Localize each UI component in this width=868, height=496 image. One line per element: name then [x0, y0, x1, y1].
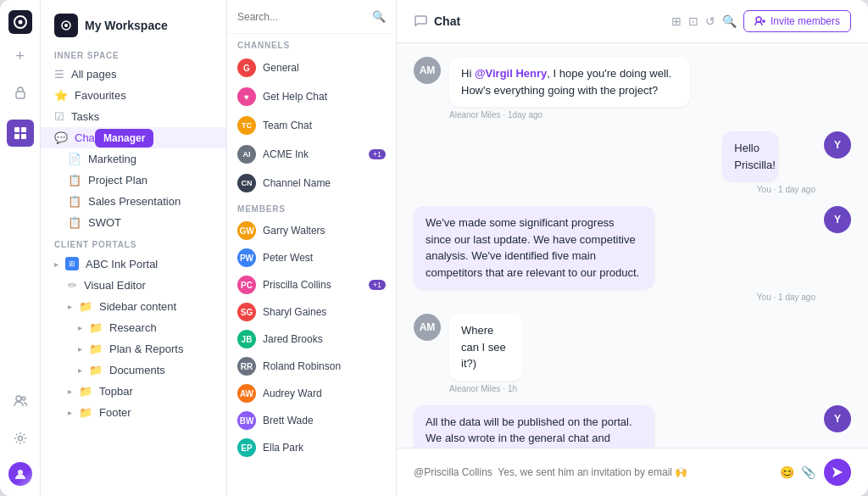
sidebar-item-sidebar-content[interactable]: ▸ 📁 Sidebar content: [41, 296, 226, 317]
search-bar: 🔍: [227, 0, 396, 34]
svg-point-1: [18, 20, 22, 25]
msg-avatar: Y: [824, 206, 851, 233]
member-item-ella[interactable]: EP Ella Park: [227, 434, 396, 461]
sidebar-item-research[interactable]: ▸ 📁 Research: [41, 317, 226, 338]
sidebar-item-project-plan[interactable]: 📋 Project Plan: [41, 170, 226, 191]
footer-icon: 📁: [79, 406, 92, 419]
sidebar-item-abc-ink[interactable]: ▸ ⊞ ABC Ink Portal: [41, 253, 226, 275]
sidebar-item-label: Plan & Reports: [109, 343, 213, 355]
channels-section: CHANNELS G General ♥ Get Help Chat TC Te…: [227, 34, 396, 496]
msg-avatar: Y: [824, 405, 851, 432]
msg-text: All the data will be published on the po…: [426, 414, 643, 449]
sidebar-item-chat[interactable]: 💬 Chat Manager: [41, 127, 226, 148]
message-row: AM Hi @Virgil Henry, I hope you're doing…: [414, 57, 851, 120]
invite-members-button[interactable]: Invite members: [743, 10, 851, 32]
member-item-jared[interactable]: JB Jared Brooks: [227, 326, 396, 353]
msg-text: Hello Priscilla!: [734, 140, 766, 173]
sidebar-item-sales-pres[interactable]: 📋 Sales Presentation: [41, 191, 226, 212]
attachment-icon[interactable]: 📎: [801, 465, 815, 479]
sidebar-item-marketing[interactable]: 📄 Marketing: [41, 148, 226, 170]
msg-bubble: Hello Priscilla!: [722, 131, 778, 181]
nav-people-icon[interactable]: [7, 387, 34, 415]
documents-icon: 📁: [89, 364, 103, 376]
add-button[interactable]: +: [15, 47, 25, 65]
member-item-roland[interactable]: RR Roland Robinson: [227, 353, 396, 380]
client-portals-label: CLIENT PORTALS: [41, 233, 226, 253]
grid-icon[interactable]: ⊞: [671, 14, 682, 28]
member-item-brett[interactable]: BW Brett Wade: [227, 407, 396, 434]
msg-meta: Aleanor Miles · 1h: [449, 384, 571, 393]
svg-point-9: [18, 437, 22, 441]
sidebar-item-label: Tasks: [71, 110, 213, 123]
channel-name: ACME Ink: [263, 148, 309, 160]
chat-input[interactable]: [414, 466, 771, 478]
search-input[interactable]: [237, 11, 367, 23]
member-name: Sharyl Gaines: [263, 306, 326, 318]
svg-point-10: [18, 470, 23, 475]
marketing-icon: 📄: [68, 153, 81, 165]
nav-home-icon[interactable]: [7, 120, 34, 147]
svg-point-7: [16, 396, 21, 401]
sidebar-item-favourites[interactable]: ⭐ Favourites: [41, 85, 226, 106]
member-avatar-peter: PW: [237, 248, 256, 267]
msg-meta: You · 1 day ago: [722, 185, 815, 194]
chat-icon: 💬: [54, 131, 68, 144]
chat-header: Chat ⊞ ⊡ ↺ 🔍 Invite members: [397, 0, 868, 43]
expand-icon[interactable]: ⊡: [688, 14, 698, 28]
mention: @Virgil Henry: [475, 67, 547, 80]
sidebar-item-all-pages[interactable]: ☰ All pages: [41, 64, 226, 85]
member-name: Audrey Ward: [263, 387, 322, 399]
sidebar-item-label: Documents: [109, 364, 213, 376]
sidebar-item-label: Visual Editor: [84, 279, 213, 292]
search-icon[interactable]: 🔍: [722, 14, 737, 28]
refresh-icon[interactable]: ↺: [705, 14, 715, 28]
channel-name: Channel Name: [263, 177, 331, 189]
svg-rect-6: [21, 134, 26, 139]
member-item-audrey[interactable]: AW Audrey Ward: [227, 380, 396, 407]
sidebar-item-label: Topbar: [99, 385, 213, 398]
channel-item-general[interactable]: G General: [227, 53, 396, 82]
sidebar-item-documents[interactable]: ▸ 📁 Documents: [41, 359, 226, 381]
member-avatar-jared: JB: [237, 330, 256, 348]
nav-lock-icon[interactable]: [7, 79, 34, 106]
emoji-icon[interactable]: 😊: [780, 465, 794, 479]
expand-arrow-icon: ▸: [78, 344, 82, 354]
message-row: Y All the data will be published on the …: [414, 405, 851, 449]
user-avatar-icon[interactable]: [8, 462, 32, 486]
channel-item-team-chat[interactable]: TC Team Chat: [227, 111, 396, 140]
channel-item-acme-ink[interactable]: AI ACME Ink +1: [227, 140, 396, 169]
chat-title: Chat: [434, 14, 460, 28]
member-item-sharyl[interactable]: SG Sharyl Gaines: [227, 298, 396, 326]
send-button[interactable]: [824, 459, 851, 486]
sidebar-item-topbar[interactable]: ▸ 📁 Topbar: [41, 381, 226, 402]
sidebar-item-label: SWOT: [88, 216, 213, 229]
sidebar-item-visual-editor[interactable]: ✏ Visual Editor: [41, 275, 226, 296]
member-item-garry[interactable]: GW Garry Walters: [227, 217, 396, 244]
tasks-icon: ☑: [54, 110, 64, 123]
sidebar-item-swot[interactable]: 📋 SWOT: [41, 212, 226, 233]
msg-avatar: AM: [414, 57, 441, 84]
channel-name: Team Chat: [263, 120, 312, 131]
app-container: +: [0, 0, 868, 496]
inner-space-label: INNER SPACE: [41, 44, 226, 64]
sidebar-item-plan-reports[interactable]: ▸ 📁 Plan & Reports: [41, 338, 226, 359]
msg-bubble: We've made some significant progress sin…: [414, 206, 654, 289]
abc-ink-icon: ⊞: [65, 257, 79, 270]
sidebar-item-footer[interactable]: ▸ 📁 Footer: [41, 402, 226, 423]
manager-tooltip: Manager: [92, 129, 153, 148]
member-item-priscilla[interactable]: PC Priscilla Collins +1: [227, 271, 396, 298]
sidebar-item-label: Project Plan: [88, 174, 213, 187]
channel-avatar-team-chat: TC: [237, 116, 256, 135]
search-icon: 🔍: [372, 10, 386, 23]
svg-rect-5: [14, 134, 19, 139]
visual-editor-icon: ✏: [68, 279, 77, 292]
sidebar-item-tasks[interactable]: ☑ Tasks: [41, 106, 226, 127]
acme-badge: +1: [369, 149, 386, 159]
member-item-peter[interactable]: PW Peter West: [227, 244, 396, 271]
sidebar-item-label: Research: [109, 321, 213, 334]
svg-rect-4: [21, 127, 26, 132]
channel-item-get-help[interactable]: ♥ Get Help Chat: [227, 82, 396, 111]
channel-item-channel-name[interactable]: CN Channel Name: [227, 169, 396, 198]
research-icon: 📁: [89, 321, 103, 334]
nav-settings-icon[interactable]: [7, 425, 34, 452]
